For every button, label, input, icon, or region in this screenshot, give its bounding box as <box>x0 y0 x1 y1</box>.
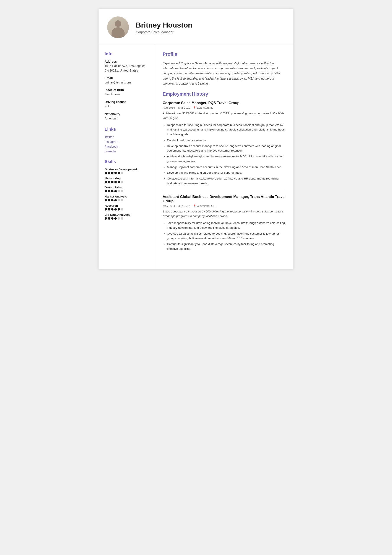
place-of-birth-value: San Antonio <box>105 92 149 97</box>
main-content: Profile Experienced Corporate Sales Mana… <box>155 44 293 269</box>
job-summary-0: Achieved over $335,000 in the first quar… <box>163 111 286 121</box>
nationality-value: American <box>105 116 149 121</box>
skill-dot-0-3 <box>114 172 117 174</box>
skill-dot-0-0 <box>105 172 107 174</box>
skill-dots-3 <box>105 199 149 201</box>
skill-dot-0-5 <box>121 172 123 174</box>
job-bullets-1: Take responsibility for developing Indiv… <box>163 221 286 251</box>
skill-dots-1 <box>105 181 149 183</box>
jobs-list: Corporate Sales Manager, PQS Travel Grou… <box>163 101 286 251</box>
link-facebook[interactable]: Facebook <box>105 145 149 148</box>
skill-item-3: Market Analysis <box>105 195 149 201</box>
job-bullet-0-1: Conduct performance reviews. <box>167 138 286 143</box>
skill-dot-1-1 <box>108 181 110 183</box>
link-twitter[interactable]: Twitter <box>105 135 149 139</box>
job-bullet-1-1: Oversee all sales activities related to … <box>167 231 286 241</box>
job-bullet-0-6: Collaborate with internal stakeholders s… <box>167 176 286 186</box>
skill-name-3: Market Analysis <box>105 195 149 198</box>
nationality-label: Nationality <box>105 112 149 116</box>
job-bullet-0-3: Achieve double-digit margins and increas… <box>167 154 286 164</box>
skill-name-4: Research <box>105 204 149 207</box>
job-bullet-1-2: Contribute significantly to Food & Bever… <box>167 242 286 251</box>
job-title-1: Assistant Global Business Development Ma… <box>163 195 286 203</box>
job-bullet-0-5: Develop training plans and career paths … <box>167 170 286 175</box>
link-linkedin[interactable]: Linkedin <box>105 150 149 153</box>
profile-text: Experienced Corporate Sales Manager with… <box>163 61 286 86</box>
skill-item-5: Big Data Analytics <box>105 213 149 220</box>
header-info: Britney Houston Corporate Sales Manager <box>136 21 192 34</box>
skill-dot-1-3 <box>114 181 117 183</box>
skill-name-5: Big Data Analytics <box>105 213 149 216</box>
skill-name-2: Group Sales <box>105 186 149 189</box>
skill-dot-2-2 <box>111 190 114 192</box>
candidate-name: Britney Houston <box>136 21 192 29</box>
skill-dot-5-3 <box>114 217 117 220</box>
job-bullet-0-4: Manage regional corporate accounts in th… <box>167 165 286 169</box>
skill-dot-4-0 <box>105 208 107 211</box>
skills-section-title: Skills <box>105 159 149 164</box>
job-location-0: Evanston, IL <box>193 106 213 109</box>
skill-dot-2-1 <box>108 190 110 192</box>
skill-dot-1-5 <box>121 181 123 183</box>
email-value: britney@email.com <box>105 80 149 85</box>
skill-name-0: Business Development <box>105 168 149 171</box>
job-meta-1: May 2011 – Jun 2015Cleveland, OH <box>163 204 286 207</box>
links-section-title: Links <box>105 127 149 132</box>
skill-dot-4-5 <box>121 208 123 211</box>
header: Britney Houston Corporate Sales Manager <box>99 9 293 44</box>
job-summary-1: Sales performance increased by 20% follo… <box>163 209 286 219</box>
driving-license-value: Full <box>105 104 149 109</box>
skill-dot-0-1 <box>108 172 110 174</box>
skill-dot-1-2 <box>111 181 114 183</box>
skill-dot-3-3 <box>114 199 117 201</box>
skill-dot-5-5 <box>121 217 123 220</box>
link-instagram[interactable]: Instagram <box>105 140 149 144</box>
skill-dot-3-4 <box>118 199 120 201</box>
job-bullet-0-0: Responsible for securing business for co… <box>167 123 286 137</box>
skill-dot-2-5 <box>121 190 123 192</box>
job-bullets-0: Responsible for securing business for co… <box>163 123 286 186</box>
skill-dot-4-4 <box>118 208 120 211</box>
skill-dot-0-4 <box>118 172 120 174</box>
info-section-title: Info <box>105 51 149 56</box>
sidebar: Info Address 1515 Pacific Ave, Los Angel… <box>99 44 155 269</box>
job-date-0: Aug 2015 – Mar 2019 <box>163 106 190 109</box>
resume-container: Britney Houston Corporate Sales Manager … <box>99 9 293 269</box>
skill-dot-3-1 <box>108 199 110 201</box>
skill-dot-2-3 <box>114 190 117 192</box>
skill-dot-2-0 <box>105 190 107 192</box>
skill-dot-5-2 <box>111 217 114 220</box>
job-bullet-0-2: Develop and train account managers to se… <box>167 144 286 153</box>
job-item-0: Corporate Sales Manager, PQS Travel Grou… <box>163 101 286 190</box>
skill-dots-5 <box>105 217 149 220</box>
avatar <box>107 16 129 38</box>
skill-item-1: Networking <box>105 177 149 183</box>
skill-dot-2-4 <box>118 190 120 192</box>
avatar-image <box>107 16 129 38</box>
job-bullet-1-0: Take responsibility for developing Indiv… <box>167 221 286 230</box>
skill-dots-0 <box>105 172 149 174</box>
candidate-job-title: Corporate Sales Manager <box>136 30 192 34</box>
skill-dot-4-2 <box>111 208 114 211</box>
skill-dot-3-5 <box>121 199 123 201</box>
skills-list: Business DevelopmentNetworkingGroup Sale… <box>105 168 149 220</box>
skill-item-0: Business Development <box>105 168 149 174</box>
job-meta-0: Aug 2015 – Mar 2019Evanston, IL <box>163 106 286 109</box>
job-location-1: Cleveland, OH <box>193 204 215 207</box>
profile-section-title: Profile <box>163 51 286 57</box>
skill-name-1: Networking <box>105 177 149 180</box>
skill-dot-5-1 <box>108 217 110 220</box>
employment-section-title: Employment History <box>163 91 286 97</box>
skill-dot-1-4 <box>118 181 120 183</box>
skill-item-4: Research <box>105 204 149 211</box>
skill-item-2: Group Sales <box>105 186 149 192</box>
email-label: Email <box>105 76 149 80</box>
job-title-0: Corporate Sales Manager, PQS Travel Grou… <box>163 101 286 105</box>
body: Info Address 1515 Pacific Ave, Los Angel… <box>99 44 293 269</box>
job-item-1: Assistant Global Business Development Ma… <box>163 195 286 251</box>
skill-dot-1-0 <box>105 181 107 183</box>
place-of-birth-label: Place of birth <box>105 88 149 92</box>
skill-dot-4-3 <box>114 208 117 211</box>
skill-dot-5-4 <box>118 217 120 220</box>
skill-dot-0-2 <box>111 172 114 174</box>
